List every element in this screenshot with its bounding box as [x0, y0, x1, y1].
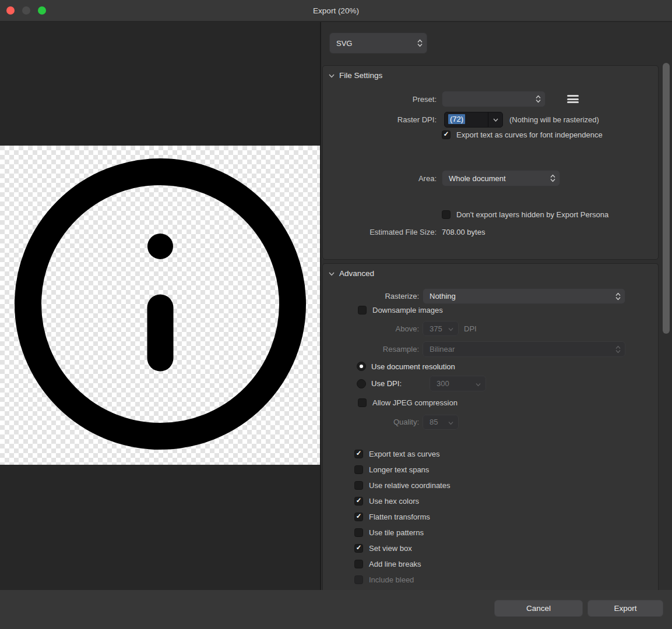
raster-dpi-value: (72): [448, 114, 465, 124]
window-title: Export (20%): [0, 0, 672, 22]
chevron-down-icon: [329, 74, 335, 78]
option-label: Export text as curves: [369, 450, 439, 458]
option-longer-text-spans[interactable]: ✓ Longer text spans: [354, 465, 450, 474]
downsample-checkbox-label: Downsample images: [372, 306, 443, 314]
preset-menu-icon[interactable]: [567, 95, 579, 103]
chevron-down-icon: [329, 272, 335, 276]
settings-pane: SVG File Settings Preset:: [321, 22, 672, 590]
stepper-icon: [417, 40, 423, 47]
format-select-value: SVG: [330, 39, 427, 48]
export-button[interactable]: Export: [587, 600, 663, 617]
advanced-title: Advanced: [339, 269, 374, 278]
estimated-size-label: Estimated File Size:: [323, 228, 437, 236]
option-label: Include bleed: [369, 575, 414, 584]
stepper-icon: [550, 175, 555, 182]
option-label: Set view box: [369, 544, 412, 553]
advanced-section: Advanced Rasterize: Nothing ✓ Downsample…: [322, 263, 659, 590]
hidden-layers-checkbox-label: Don't export layers hidden by Export Per…: [456, 210, 608, 219]
preset-select[interactable]: [442, 91, 546, 107]
use-document-resolution-radio[interactable]: Use document resolution: [323, 362, 658, 371]
chevron-down-icon: [476, 379, 481, 388]
above-row: Above: 375 DPI: [323, 321, 658, 336]
resample-select: Bilinear: [423, 341, 625, 357]
file-settings-title: File Settings: [339, 71, 382, 80]
radio-icon: [357, 362, 366, 371]
option-label: Use hex colors: [369, 497, 419, 506]
checkbox-icon: ✓: [442, 130, 451, 139]
raster-dpi-dropdown-arrow[interactable]: [488, 112, 502, 127]
preset-label: Preset:: [323, 95, 437, 104]
option-label: Longer text spans: [369, 465, 429, 474]
option-label: Use tile patterns: [369, 528, 424, 537]
above-dpi-suffix: DPI: [464, 324, 477, 333]
hidden-layers-checkbox[interactable]: ✓ Don't export layers hidden by Export P…: [323, 210, 658, 219]
use-dpi-radio[interactable]: Use DPI: 300: [323, 376, 658, 391]
option-set-view-box[interactable]: ✓ Set view box: [354, 543, 450, 553]
checkbox-icon: ✓: [354, 513, 363, 521]
rasterize-select[interactable]: Nothing: [423, 288, 625, 304]
checkbox-icon: ✓: [358, 306, 367, 314]
curves-font-checkbox[interactable]: ✓ Export text as curves for font indepen…: [323, 130, 658, 139]
option-label: Add line breaks: [369, 560, 421, 568]
option-label: Use relative coordinates: [369, 481, 450, 490]
titlebar: Export (20%): [0, 0, 672, 22]
checkbox-icon: ✓: [354, 465, 363, 474]
allow-jpeg-checkbox-label: Allow JPEG compression: [372, 398, 458, 407]
use-dpi-select: 300: [430, 376, 486, 391]
area-select[interactable]: Whole document: [442, 170, 560, 186]
rasterize-select-value: Nothing: [423, 292, 625, 301]
option-export-text-as-curves[interactable]: ✓ Export text as curves: [354, 449, 450, 458]
preview-pane: [0, 22, 320, 590]
file-settings-section: File Settings Preset: Raster DPI: (: [322, 65, 659, 260]
scrollbar-thumb[interactable]: [663, 63, 670, 334]
checkbox-icon: ✓: [354, 450, 363, 458]
quality-select: 85: [423, 415, 459, 430]
resample-row: Resample: Bilinear: [323, 341, 658, 357]
checkbox-icon: ✓: [358, 398, 367, 407]
estimated-size-row: Estimated File Size: 708.00 bytes: [323, 227, 658, 237]
estimated-size-value: 708.00 bytes: [442, 228, 485, 236]
quality-label: Quality:: [323, 418, 419, 426]
option-use-tile-patterns[interactable]: ✓ Use tile patterns: [354, 528, 450, 537]
format-select[interactable]: SVG: [329, 33, 427, 54]
option-add-line-breaks[interactable]: ✓ Add line breaks: [354, 559, 450, 568]
cancel-button[interactable]: Cancel: [494, 600, 583, 617]
footer-bar: Cancel Export: [0, 590, 672, 629]
downsample-checkbox[interactable]: ✓ Downsample images: [323, 305, 658, 314]
option-use-hex-colors[interactable]: ✓ Use hex colors: [354, 496, 450, 506]
area-select-value: Whole document: [442, 174, 560, 183]
checkbox-icon: ✓: [354, 497, 363, 506]
checkbox-icon: ✓: [354, 560, 363, 568]
export-dialog: Export (20%) SVG File Sett: [0, 0, 672, 629]
use-document-resolution-label: Use document resolution: [371, 362, 455, 371]
resample-select-value: Bilinear: [423, 345, 625, 354]
chevron-down-icon: [448, 418, 453, 426]
resample-label: Resample:: [323, 345, 419, 354]
checkbox-icon: ✓: [354, 481, 363, 490]
curves-font-checkbox-label: Export text as curves for font independe…: [456, 130, 603, 139]
raster-dpi-input[interactable]: (72): [444, 112, 503, 128]
checkbox-icon: ✓: [354, 528, 363, 537]
allow-jpeg-checkbox[interactable]: ✓ Allow JPEG compression: [323, 398, 658, 407]
stepper-icon: [536, 96, 541, 103]
checkbox-icon: ✓: [354, 575, 363, 584]
option-flatten-transforms[interactable]: ✓ Flatten transforms: [354, 512, 450, 521]
above-label: Above:: [323, 324, 419, 333]
raster-dpi-row: Raster DPI: (72) (Nothing will be raster…: [323, 112, 658, 128]
checkbox-icon: ✓: [442, 210, 451, 219]
option-use-relative-coordinates[interactable]: ✓ Use relative coordinates: [354, 480, 450, 490]
rasterize-label: Rasterize:: [323, 292, 419, 301]
stepper-icon: [615, 345, 621, 353]
above-select: 375: [423, 321, 459, 336]
advanced-header[interactable]: Advanced: [329, 269, 374, 278]
svg-options-list: ✓ Export text as curves ✓ Longer text sp…: [354, 449, 450, 584]
raster-dpi-label: Raster DPI:: [323, 115, 437, 124]
stepper-icon: [615, 292, 621, 300]
quality-row: Quality: 85: [323, 414, 658, 430]
file-settings-header[interactable]: File Settings: [329, 71, 382, 80]
option-label: Flatten transforms: [369, 513, 430, 521]
use-dpi-label: Use DPI:: [371, 379, 402, 388]
area-label: Area:: [323, 174, 437, 183]
preset-row: Preset:: [323, 91, 658, 107]
info-icon-preview: [0, 146, 320, 465]
